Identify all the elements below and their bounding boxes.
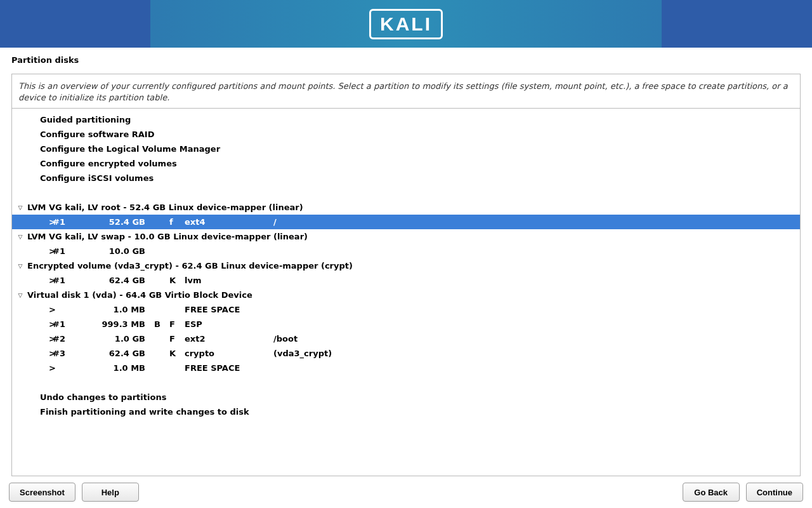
part-size: 52.4 GB bbox=[91, 217, 154, 227]
arrow-icon: > bbox=[27, 217, 53, 227]
go-back-button[interactable]: Go Back bbox=[683, 483, 740, 502]
part-size: 1.0 MB bbox=[91, 305, 154, 314]
footer: Screenshot Help Go Back Continue bbox=[0, 476, 812, 508]
part-size: 999.3 MB bbox=[91, 319, 154, 329]
screenshot-button[interactable]: Screenshot bbox=[9, 483, 75, 502]
part-fs: ext4 bbox=[185, 217, 273, 227]
device-vda[interactable]: ▽ Virtual disk 1 (vda) - 64.4 GB Virtio … bbox=[12, 288, 800, 302]
triangle-down-icon: ▽ bbox=[16, 234, 25, 240]
kali-logo: KALI bbox=[369, 9, 443, 39]
help-button[interactable]: Help bbox=[82, 483, 139, 502]
partition-row[interactable]: > 1.0 MB FREE SPACE bbox=[12, 361, 800, 375]
device-lvm-root[interactable]: ▽ LVM VG kali, LV root - 52.4 GB Linux d… bbox=[12, 200, 800, 215]
content-area: Partition disks This is an overview of y… bbox=[0, 48, 812, 476]
part-flag2: f bbox=[169, 217, 185, 227]
partition-row[interactable]: > #2 1.0 GB F ext2 /boot bbox=[12, 331, 800, 346]
part-fs: crypto bbox=[185, 349, 273, 358]
part-flag2: K bbox=[169, 349, 185, 358]
part-flag2: F bbox=[169, 319, 185, 329]
part-num: #1 bbox=[53, 276, 91, 285]
triangle-down-icon: ▽ bbox=[16, 292, 25, 298]
device-encrypted[interactable]: ▽ Encrypted volume (vda3_crypt) - 62.4 G… bbox=[12, 258, 800, 273]
partition-row[interactable]: > #1 62.4 GB K lvm bbox=[12, 273, 800, 288]
partition-row[interactable]: > #1 10.0 GB bbox=[12, 244, 800, 258]
part-mnt: / bbox=[273, 217, 362, 227]
arrow-icon: > bbox=[27, 319, 53, 329]
part-num: #2 bbox=[53, 334, 91, 344]
partition-row[interactable]: > #1 999.3 MB B F ESP bbox=[12, 317, 800, 331]
arrow-icon: > bbox=[27, 363, 53, 373]
part-fs: FREE SPACE bbox=[185, 363, 273, 373]
page-title: Partition disks bbox=[11, 55, 801, 65]
partition-row[interactable]: > #3 62.4 GB K crypto (vda3_crypt) bbox=[12, 346, 800, 361]
banner: KALI bbox=[0, 0, 812, 48]
spacer bbox=[12, 185, 800, 200]
part-flag2: F bbox=[169, 334, 185, 344]
part-size: 1.0 MB bbox=[91, 363, 154, 373]
action-guided-partitioning[interactable]: Guided partitioning bbox=[12, 112, 800, 127]
arrow-icon: > bbox=[27, 334, 53, 344]
part-mnt: /boot bbox=[273, 334, 362, 344]
partition-row[interactable]: > #1 52.4 GB f ext4 / bbox=[12, 215, 800, 229]
action-configure-iscsi[interactable]: Configure iSCSI volumes bbox=[12, 171, 800, 185]
part-size: 10.0 GB bbox=[91, 246, 154, 256]
part-flag1: B bbox=[154, 319, 169, 329]
action-finish-partitioning[interactable]: Finish partitioning and write changes to… bbox=[12, 404, 800, 419]
part-num: #1 bbox=[53, 246, 91, 256]
continue-button[interactable]: Continue bbox=[746, 483, 803, 502]
spacer bbox=[12, 375, 800, 390]
arrow-icon: > bbox=[27, 305, 53, 314]
part-fs: ESP bbox=[185, 319, 273, 329]
part-size: 62.4 GB bbox=[91, 349, 154, 358]
device-label: Virtual disk 1 (vda) - 64.4 GB Virtio Bl… bbox=[27, 290, 252, 300]
device-label: Encrypted volume (vda3_crypt) - 62.4 GB … bbox=[27, 261, 353, 271]
part-num: #1 bbox=[53, 319, 91, 329]
action-configure-raid[interactable]: Configure software RAID bbox=[12, 127, 800, 142]
part-size: 62.4 GB bbox=[91, 276, 154, 285]
intro-text: This is an overview of your currently co… bbox=[11, 74, 801, 108]
action-configure-encrypted[interactable]: Configure encrypted volumes bbox=[12, 156, 800, 171]
arrow-icon: > bbox=[27, 349, 53, 358]
arrow-icon: > bbox=[27, 246, 53, 256]
partition-list[interactable]: Guided partitioning Configure software R… bbox=[11, 108, 801, 476]
part-num: #3 bbox=[53, 349, 91, 358]
part-num: #1 bbox=[53, 217, 91, 227]
part-size: 1.0 GB bbox=[91, 334, 154, 344]
action-configure-lvm[interactable]: Configure the Logical Volume Manager bbox=[12, 142, 800, 156]
arrow-icon: > bbox=[27, 276, 53, 285]
logo-text: KALI bbox=[380, 13, 432, 34]
device-lvm-swap[interactable]: ▽ LVM VG kali, LV swap - 10.0 GB Linux d… bbox=[12, 229, 800, 244]
part-mnt: (vda3_crypt) bbox=[273, 349, 362, 358]
part-fs: lvm bbox=[185, 276, 273, 285]
triangle-down-icon: ▽ bbox=[16, 204, 25, 211]
device-label: LVM VG kali, LV root - 52.4 GB Linux dev… bbox=[27, 203, 303, 212]
part-flag2: K bbox=[169, 276, 185, 285]
partition-row[interactable]: > 1.0 MB FREE SPACE bbox=[12, 302, 800, 317]
device-label: LVM VG kali, LV swap - 10.0 GB Linux dev… bbox=[27, 232, 308, 241]
part-fs: FREE SPACE bbox=[185, 305, 273, 314]
action-undo-changes[interactable]: Undo changes to partitions bbox=[12, 390, 800, 404]
part-fs: ext2 bbox=[185, 334, 273, 344]
triangle-down-icon: ▽ bbox=[16, 263, 25, 269]
